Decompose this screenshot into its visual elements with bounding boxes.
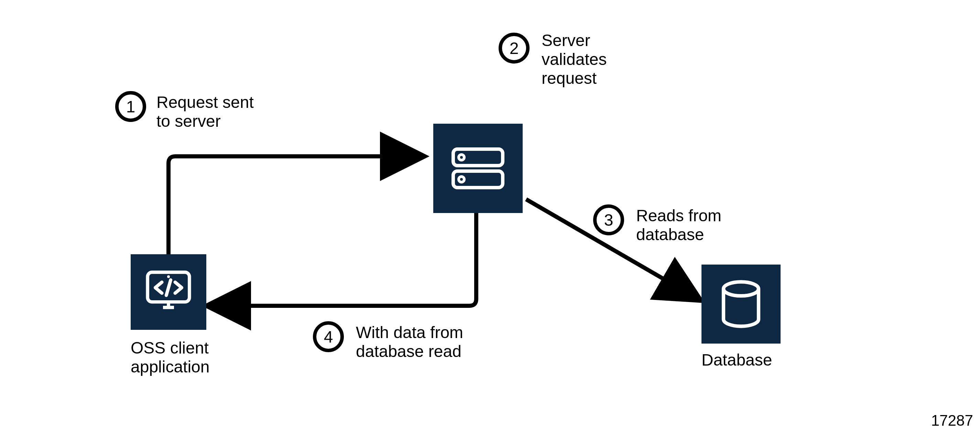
node-client-label: OSS client application (130, 338, 210, 376)
step-num-3: 3 (604, 211, 613, 230)
svg-point-6 (459, 155, 464, 160)
step-badge-3: 3 (593, 205, 624, 235)
step-label-1: Request sent to server (156, 93, 254, 130)
svg-point-9 (724, 282, 759, 296)
arrow-step-1 (169, 156, 421, 254)
step-badge-1: 1 (115, 91, 146, 122)
step-num-4: 4 (324, 327, 333, 346)
step-badge-4: 4 (313, 321, 344, 352)
step-label-2: Server validates request (542, 31, 606, 88)
step-num-1: 1 (126, 97, 135, 116)
diagram-canvas: OSS client application Database 1 Reques… (0, 0, 980, 436)
node-database-label: Database (702, 350, 772, 369)
node-server (433, 124, 523, 213)
diagram-id: 17287 (931, 412, 973, 429)
svg-rect-5 (453, 149, 503, 166)
node-client (130, 254, 206, 330)
svg-rect-7 (453, 171, 503, 188)
svg-point-3 (167, 275, 170, 278)
server-stack-icon (444, 134, 512, 203)
arrow-step-4 (210, 213, 476, 306)
svg-line-4 (166, 280, 171, 295)
code-monitor-icon (141, 265, 196, 320)
database-cylinder-icon (712, 275, 770, 333)
step-num-2: 2 (510, 39, 519, 58)
step-badge-2: 2 (499, 33, 530, 63)
node-database (702, 265, 781, 344)
step-label-3: Reads from database (636, 206, 721, 244)
svg-point-8 (459, 177, 464, 182)
step-label-4: With data from database read (356, 323, 463, 361)
